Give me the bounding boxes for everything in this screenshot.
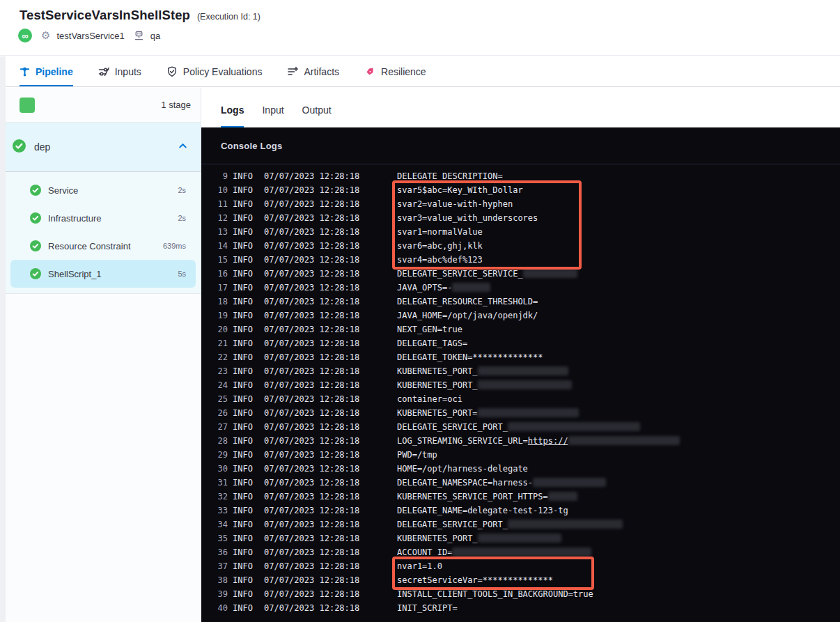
log-timestamp: 07/07/2023 12:28:18	[264, 225, 397, 239]
log-message: nvar1=1.0	[397, 559, 840, 573]
log-level: INFO	[228, 350, 264, 364]
tab-input[interactable]: Input	[262, 104, 283, 127]
step-list: Service2sInfrastructure2sResource Constr…	[6, 172, 201, 294]
log-message: svar1=normalValue	[397, 225, 840, 239]
log-message: ACCOUNT_ID=	[397, 545, 840, 559]
tab-policy-evaluations[interactable]: Policy Evaluations	[166, 56, 263, 86]
log-level: INFO	[228, 545, 264, 559]
log-message: DELEGATE_SERVICE_PORT_	[397, 420, 840, 434]
log-line-28: 28INFO07/07/2023 12:28:18LOG_STREAMING_S…	[201, 434, 840, 448]
log-line-number: 28	[201, 434, 228, 448]
log-line-25: 25INFO07/07/2023 12:28:18container=oci	[201, 392, 840, 406]
redacted-value	[452, 547, 591, 557]
log-message: INIT_SCRIPT=	[397, 601, 840, 615]
policy-shield-icon	[166, 66, 178, 77]
log-line-number: 39	[201, 587, 228, 601]
log-timestamp: 07/07/2023 12:28:18	[264, 322, 397, 336]
stage-group-dep[interactable]: dep	[6, 123, 201, 172]
step-row-infrastructure[interactable]: Infrastructure2s	[10, 204, 196, 232]
title-row: TestServiceVarsInShellStep (Execution Id…	[20, 8, 260, 23]
console-log-area[interactable]: 9INFO07/07/2023 12:28:18DELEGATE_DESCRIP…	[201, 164, 840, 622]
log-line-33: 33INFO07/07/2023 12:28:18DELEGATE_NAME=d…	[201, 504, 840, 518]
service-name[interactable]: testVarsService1	[56, 31, 124, 41]
log-level: INFO	[228, 253, 264, 267]
log-line-36: 36INFO07/07/2023 12:28:18ACCOUNT_ID=	[201, 545, 840, 559]
log-line-number: 40	[201, 601, 228, 615]
stage-status-square[interactable]	[20, 98, 35, 113]
tab-output[interactable]: Output	[302, 104, 332, 127]
log-link[interactable]: https://	[528, 436, 568, 446]
redacted-value	[523, 269, 577, 278]
log-line-31: 31INFO07/07/2023 12:28:18DELEGATE_NAMESP…	[201, 476, 840, 490]
log-level: INFO	[228, 267, 264, 281]
log-message: container=oci	[397, 392, 840, 406]
log-line-39: 39INFO07/07/2023 12:28:18INSTALL_CLIENT_…	[201, 587, 840, 601]
log-level: INFO	[228, 573, 264, 587]
log-line-number: 34	[201, 518, 228, 531]
tab-pipeline[interactable]: Pipeline	[20, 56, 73, 86]
log-line-24: 24INFO07/07/2023 12:28:18KUBERNETES_PORT…	[201, 378, 840, 392]
log-message: DELEGATE_TAGS=	[397, 336, 840, 350]
log-timestamp: 07/07/2023 12:28:18	[264, 476, 397, 490]
environment-icon	[134, 31, 144, 41]
log-timestamp: 07/07/2023 12:28:18	[264, 239, 397, 253]
log-line-9: 9INFO07/07/2023 12:28:18DELEGATE_DESCRIP…	[201, 169, 840, 183]
step-duration: 2s	[178, 186, 186, 194]
gear-icon: ⚙	[41, 29, 50, 42]
log-timestamp: 07/07/2023 12:28:18	[264, 504, 397, 518]
log-timestamp: 07/07/2023 12:28:18	[264, 169, 397, 183]
log-timestamp: 07/07/2023 12:28:18	[264, 309, 397, 322]
log-timestamp: 07/07/2023 12:28:18	[264, 531, 397, 545]
log-timestamp: 07/07/2023 12:28:18	[264, 601, 397, 615]
step-label: Service	[48, 185, 78, 196]
log-level: INFO	[228, 559, 264, 573]
log-line-10: 10INFO07/07/2023 12:28:18svar5$abc=Key_W…	[201, 183, 840, 197]
step-row-resource-constraint[interactable]: Resource Constraint639ms	[10, 232, 196, 260]
log-line-34: 34INFO07/07/2023 12:28:18DELEGATE_SERVIC…	[201, 518, 840, 531]
log-line-number: 20	[201, 322, 228, 336]
step-duration: 639ms	[163, 242, 186, 250]
log-line-number: 17	[201, 281, 228, 295]
redacted-value	[478, 380, 572, 389]
log-level: INFO	[228, 295, 264, 309]
step-row-shellscript-1[interactable]: ShellScript_15s	[10, 260, 196, 288]
log-line-number: 27	[201, 420, 228, 434]
console-header[interactable]: Console Logs	[201, 127, 840, 164]
log-timestamp: 07/07/2023 12:28:18	[264, 336, 397, 350]
chevron-up-icon[interactable]	[178, 141, 188, 154]
log-line-16: 16INFO07/07/2023 12:28:18DELEGATE_SERVIC…	[201, 267, 840, 281]
success-check-icon	[30, 240, 41, 251]
redacted-value	[478, 408, 579, 417]
log-level: INFO	[228, 211, 264, 225]
execution-tabbar: Pipeline Inputs Policy Evaluations Artif…	[0, 56, 840, 87]
tab-inputs[interactable]: Inputs	[98, 56, 141, 86]
redacted-value	[533, 478, 606, 487]
log-level: INFO	[228, 490, 264, 504]
log-line-40: 40INFO07/07/2023 12:28:18INIT_SCRIPT=	[201, 601, 840, 615]
log-line-14: 14INFO07/07/2023 12:28:18svar6=abc,ghj,k…	[201, 239, 840, 253]
step-duration: 5s	[178, 270, 186, 278]
step-duration: 2s	[178, 214, 186, 222]
log-line-number: 15	[201, 253, 228, 267]
tab-resilience[interactable]: Resilience	[364, 56, 426, 86]
log-line-29: 29INFO07/07/2023 12:28:18PWD=/tmp	[201, 448, 840, 462]
log-level: INFO	[228, 336, 264, 350]
log-message: svar6=abc,ghj,klk	[397, 239, 840, 253]
environment-name[interactable]: qa	[150, 31, 160, 41]
log-message: DELEGATE_TOKEN=**************	[397, 350, 840, 364]
log-level: INFO	[228, 420, 264, 434]
log-line-number: 13	[201, 225, 228, 239]
redacted-value	[478, 534, 561, 543]
redacted-value	[452, 283, 490, 292]
step-row-service[interactable]: Service2s	[10, 176, 196, 204]
log-timestamp: 07/07/2023 12:28:18	[264, 267, 397, 281]
log-line-26: 26INFO07/07/2023 12:28:18KUBERNETES_PORT…	[201, 406, 840, 420]
log-message: NEXT_GEN=true	[397, 322, 840, 336]
log-line-19: 19INFO07/07/2023 12:28:18JAVA_HOME=/opt/…	[201, 309, 840, 322]
log-level: INFO	[228, 531, 264, 545]
page-title: TestServiceVarsInShellStep	[20, 8, 190, 23]
log-timestamp: 07/07/2023 12:28:18	[264, 545, 397, 559]
left-rail	[0, 56, 6, 622]
tab-artifacts[interactable]: Artifacts	[287, 56, 339, 86]
tab-logs[interactable]: Logs	[221, 104, 244, 127]
